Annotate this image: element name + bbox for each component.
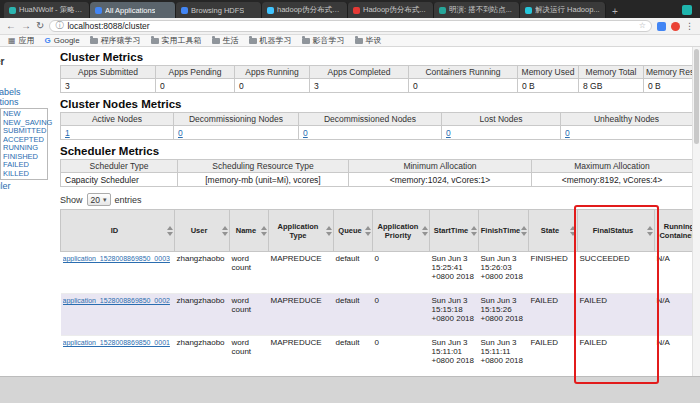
browser-chrome: HuaNWolf - 策略·简文章All ApplicationsBrowsin… bbox=[0, 0, 700, 47]
metric-header: Containers Running bbox=[409, 66, 518, 79]
sidebar-link[interactable]: Scheduler bbox=[0, 181, 54, 191]
sidebar-link[interactable]: About bbox=[0, 67, 54, 77]
metric-value: <memory:8192, vCores:4> bbox=[532, 173, 693, 187]
page-size-select[interactable]: 20 ▾ bbox=[87, 193, 111, 206]
node-count-link[interactable]: 1 bbox=[65, 128, 70, 138]
google-icon: G bbox=[45, 37, 51, 45]
column-header[interactable]: Application Type bbox=[269, 210, 334, 252]
tab-favicon bbox=[439, 7, 446, 14]
sidebar-link[interactable]: Applications bbox=[0, 97, 54, 107]
column-header[interactable]: StartTime bbox=[430, 210, 479, 252]
column-header[interactable]: User bbox=[175, 210, 230, 252]
cell: MAPREDUCE bbox=[269, 336, 334, 377]
applications-table-head: IDUserNameApplication TypeQueueApplicati… bbox=[61, 210, 700, 252]
column-header[interactable]: Application Priority bbox=[373, 210, 430, 252]
node-count-link[interactable]: 0 bbox=[565, 128, 570, 138]
node-count-link[interactable]: 0 bbox=[178, 128, 183, 138]
scrollbar-thumb[interactable] bbox=[694, 49, 699, 144]
browser-tab[interactable]: 明演: 搭不到站点... bbox=[434, 2, 520, 18]
browser-tab[interactable]: Browsing HDFS bbox=[176, 2, 262, 18]
tab-label: 解决运行 Hadoop... bbox=[535, 5, 600, 15]
node-count-link[interactable]: 0 bbox=[446, 128, 451, 138]
metric-header: Active Nodes bbox=[61, 113, 174, 126]
sidebar-link[interactable]: Node Labels bbox=[0, 87, 54, 97]
url-text[interactable]: localhost:8088/cluster bbox=[67, 22, 149, 31]
bookmark-item[interactable]: GGoogle bbox=[45, 36, 80, 45]
bookmark-label: 毕设 bbox=[366, 35, 382, 46]
column-header[interactable]: ID bbox=[61, 210, 175, 252]
sort-icon bbox=[365, 226, 371, 236]
reload-icon[interactable]: ↻ bbox=[36, 21, 44, 31]
new-tab-button[interactable]: + bbox=[606, 4, 624, 18]
apps-shortcut[interactable]: ▦ 应用 bbox=[8, 35, 35, 46]
metric-value: 0 bbox=[156, 79, 235, 93]
tab-label: hadoop伪分布式配... bbox=[277, 5, 342, 15]
chevron-down-icon: ▾ bbox=[103, 196, 107, 203]
bookmark-item[interactable]: 毕设 bbox=[355, 35, 382, 46]
cell: application_1528008869850_0003 bbox=[61, 252, 175, 294]
bookmark-label: Google bbox=[54, 36, 80, 45]
metric-header-row: Apps SubmittedApps PendingApps RunningAp… bbox=[61, 66, 693, 79]
metric-header: Apps Completed bbox=[310, 66, 409, 79]
cell: 0 bbox=[373, 294, 430, 336]
browser-tab[interactable]: HuaNWolf - 策略·简文章 bbox=[4, 2, 90, 18]
tab-label: 明演: 搭不到站点... bbox=[449, 5, 512, 15]
column-header[interactable]: Name bbox=[230, 210, 269, 252]
sidebar-link[interactable]: Nodes bbox=[0, 77, 54, 87]
address-bar[interactable]: ⓘ localhost:8088/cluster ☆ bbox=[49, 20, 652, 32]
page-size-value: 20 bbox=[91, 195, 100, 205]
scrollbar[interactable] bbox=[692, 47, 700, 376]
browser-tab[interactable]: hadoop伪分布式配... bbox=[262, 2, 348, 18]
browser-tab[interactable]: All Applications bbox=[90, 2, 176, 18]
metric-header: Apps Pending bbox=[156, 66, 235, 79]
bookmark-item[interactable]: 实用工具箱 bbox=[151, 35, 202, 46]
header-row: IDUserNameApplication TypeQueueApplicati… bbox=[61, 210, 700, 252]
metric-value: 0 bbox=[409, 79, 518, 93]
app-link[interactable]: application_1528008869850_0002 bbox=[63, 296, 170, 305]
bookmark-item[interactable]: 程序猿学习 bbox=[90, 35, 141, 46]
sidebar-app-states: NEWNEW_SAVINGSUBMITTEDACCEPTEDRUNNINGFIN… bbox=[0, 108, 48, 180]
site-info-icon[interactable]: ⓘ bbox=[55, 22, 63, 30]
column-header[interactable]: FinalStatus bbox=[578, 210, 655, 252]
column-header[interactable]: Queue bbox=[334, 210, 373, 252]
browser-tab[interactable]: Hadoop伪分布式... bbox=[348, 2, 434, 18]
bookmark-star-icon[interactable]: ☆ bbox=[639, 22, 646, 30]
cell: default bbox=[334, 294, 373, 336]
column-label: State bbox=[541, 226, 559, 235]
forward-icon[interactable]: → bbox=[21, 21, 31, 31]
extension-icon-red[interactable] bbox=[671, 22, 680, 31]
browser-menu-icon[interactable]: ⋮ bbox=[685, 22, 694, 31]
sort-icon bbox=[521, 226, 527, 236]
metric-header: Decommissioning Nodes bbox=[174, 113, 299, 126]
bookmark-item[interactable]: 影音学习 bbox=[302, 35, 345, 46]
page-size-row: Show 20 ▾ entries bbox=[60, 193, 700, 206]
metric-header: Lost Nodes bbox=[442, 113, 561, 126]
cell: 0 bbox=[373, 336, 430, 377]
node-count-link[interactable]: 0 bbox=[303, 128, 308, 138]
metric-value: 0 bbox=[235, 79, 310, 93]
metric-header: Scheduler Type bbox=[61, 160, 178, 173]
cell: application_1528008869850_0001 bbox=[61, 336, 175, 377]
browser-tab[interactable]: 解决运行 Hadoop... bbox=[520, 2, 606, 18]
sidebar-state-link[interactable]: KILLED bbox=[3, 170, 45, 179]
column-label: FinalStatus bbox=[593, 226, 633, 235]
app-link[interactable]: application_1528008869850_0003 bbox=[63, 254, 170, 263]
bookmark-label: 影音学习 bbox=[313, 35, 345, 46]
bookmark-label: 程序猿学习 bbox=[101, 35, 141, 46]
bookmark-item[interactable]: 机器学习 bbox=[249, 35, 292, 46]
show-label: Show bbox=[60, 195, 83, 205]
folder-icon bbox=[151, 38, 159, 44]
folder-icon bbox=[249, 38, 257, 44]
extension-icon-blue[interactable] bbox=[657, 22, 666, 31]
bookmark-item[interactable]: 生活 bbox=[212, 35, 239, 46]
metric-value: 0 B bbox=[644, 79, 693, 93]
column-header[interactable]: FinishTime bbox=[479, 210, 529, 252]
yarn-cluster-page: ClusterAboutNodesNode LabelsApplications… bbox=[0, 47, 700, 376]
sort-icon bbox=[422, 226, 428, 236]
app-link[interactable]: application_1528008869850_0001 bbox=[63, 338, 170, 347]
cell: FAILED bbox=[529, 294, 578, 336]
cell: 0 bbox=[373, 252, 430, 294]
back-icon[interactable]: ← bbox=[6, 21, 16, 31]
pinned-tab-icon[interactable] bbox=[682, 5, 692, 15]
column-header[interactable]: State bbox=[529, 210, 578, 252]
